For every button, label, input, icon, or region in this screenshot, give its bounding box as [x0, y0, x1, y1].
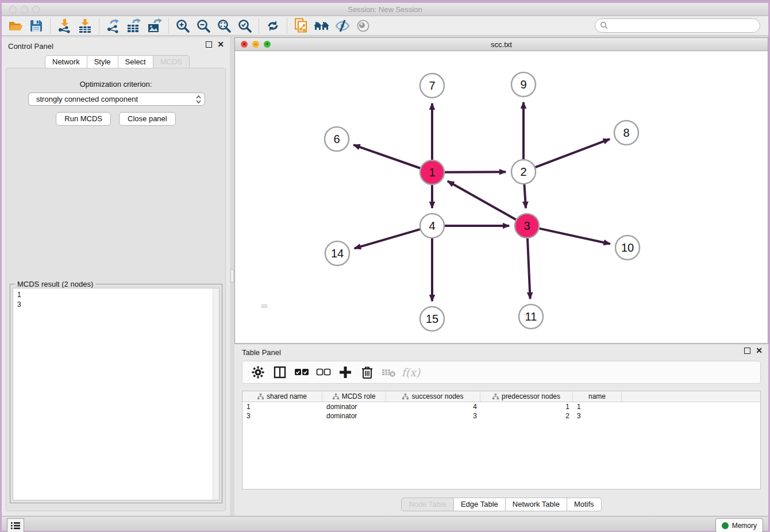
delete-table-icon [382, 367, 396, 377]
export-network-button[interactable] [103, 17, 124, 34]
node-14[interactable]: 14 [325, 241, 349, 265]
node-11[interactable]: 11 [519, 304, 543, 329]
edge-3-10[interactable] [539, 229, 610, 244]
column-header-MCDS-role[interactable]: MCDS role [322, 391, 386, 402]
node-1[interactable]: 1 [420, 160, 444, 184]
node-label: 2 [520, 165, 526, 178]
delete-table-button[interactable] [378, 363, 400, 381]
edge-4-14[interactable] [355, 229, 420, 248]
column-header-predecessor-nodes[interactable]: predecessor nodes [480, 391, 573, 402]
memory-button[interactable]: Memory [715, 518, 763, 532]
column-view-button[interactable] [269, 363, 291, 381]
column-label: MCDS role [342, 392, 376, 400]
optimization-criterion-label: Optimization criterion: [6, 80, 225, 88]
search-input[interactable] [609, 21, 760, 30]
column-header-successor-nodes[interactable]: successor nodes [386, 391, 480, 402]
float-panel-icon[interactable] [206, 41, 212, 48]
zoom-out-button[interactable] [193, 17, 214, 34]
edge-1-6[interactable] [353, 145, 420, 168]
hide-panel-icon [334, 19, 351, 33]
function-builder-button[interactable]: f(x) [400, 363, 422, 381]
delete-column-button[interactable] [356, 363, 378, 381]
node-15[interactable]: 15 [420, 307, 444, 331]
mcds-result-text[interactable]: 1 3 [13, 288, 220, 500]
edge-2-3[interactable] [524, 184, 526, 208]
zoom-selected-button[interactable] [234, 17, 255, 34]
tab-style[interactable]: Style [87, 55, 118, 69]
select-all-button[interactable] [291, 363, 313, 381]
sort-column-icon [402, 394, 409, 400]
window-title: Session: New Session [2, 5, 768, 14]
settings-button[interactable] [247, 363, 269, 381]
result-scrollbar[interactable] [213, 288, 219, 500]
tab-select[interactable]: Select [118, 55, 153, 69]
edge-1-2[interactable] [445, 172, 506, 172]
network-window-titlebar: ✕ − + scc.txt [235, 38, 768, 51]
control-panel-tabs: NetworkStyleSelectMCDS [45, 55, 190, 69]
node-9[interactable]: 9 [511, 72, 536, 97]
clone-network-button[interactable] [291, 17, 311, 34]
edge-3-11[interactable] [528, 238, 530, 299]
sort-column-icon [333, 394, 339, 400]
node-2[interactable]: 2 [511, 160, 536, 184]
import-network-button[interactable] [54, 17, 75, 34]
float-table-panel-icon[interactable] [744, 348, 750, 354]
horizontal-splitter-grip[interactable] [261, 304, 267, 308]
run-mcds-button[interactable]: Run MCDS [56, 112, 111, 126]
column-label: shared name [267, 392, 307, 400]
zoom-out-icon [196, 18, 211, 33]
column-header-name[interactable]: name [573, 391, 622, 402]
export-table-button[interactable] [124, 17, 144, 34]
task-history-button[interactable] [7, 518, 24, 532]
splitter-grip[interactable] [230, 269, 234, 282]
tab-network[interactable]: Network [45, 55, 87, 69]
node-6[interactable]: 6 [325, 127, 349, 151]
table-panel-tabs: Node TableEdge TableNetwork TableMotifs [401, 498, 601, 511]
deselect-all-button[interactable] [313, 363, 334, 381]
mcds-result-title: MCDS result (2 nodes) [15, 280, 95, 288]
table-row[interactable]: 3dominator323 [242, 411, 760, 421]
vertical-splitter[interactable] [230, 37, 234, 516]
node-label: 4 [429, 219, 435, 232]
show-eye-button[interactable] [353, 17, 374, 34]
optimization-criterion-select[interactable]: strongly connected component [28, 92, 205, 106]
networks-home-button[interactable] [311, 17, 332, 34]
table-row[interactable]: 1dominator411 [242, 402, 760, 411]
save-session-button[interactable] [26, 17, 47, 34]
close-panel-button[interactable]: Close panel [119, 112, 176, 126]
close-table-panel-icon[interactable]: ✕ [756, 348, 763, 354]
hide-panel-button[interactable] [332, 17, 353, 34]
search-field[interactable] [595, 18, 760, 33]
tab-motifs[interactable]: Motifs [567, 498, 602, 511]
node-10[interactable]: 10 [615, 236, 640, 260]
zoom-fit-button[interactable] [214, 17, 234, 34]
open-session-icon [8, 19, 24, 33]
import-network-icon [57, 18, 72, 33]
selected-criterion: strongly connected component [36, 95, 196, 103]
close-panel-icon[interactable]: ✕ [217, 41, 224, 48]
edge-2-8[interactable] [536, 139, 610, 167]
node-4[interactable]: 4 [420, 214, 444, 238]
node-3[interactable]: 3 [515, 214, 539, 238]
network-canvas[interactable]: 7968124314101511 [235, 51, 768, 343]
column-header-shared-name[interactable]: shared name [242, 391, 322, 402]
export-network-icon [106, 18, 121, 33]
refresh-layout-button[interactable] [263, 17, 283, 34]
sort-column-icon [492, 394, 499, 400]
zoom-selected-icon [237, 18, 252, 33]
table-toolbar: f(x) [242, 361, 761, 384]
node-8[interactable]: 8 [614, 121, 638, 145]
zoom-in-button[interactable] [172, 17, 193, 34]
add-column-button[interactable] [334, 363, 356, 381]
tab-network-table[interactable]: Network Table [506, 498, 567, 511]
edge-3-1[interactable] [448, 181, 516, 219]
show-eye-icon [356, 19, 370, 33]
node-7[interactable]: 7 [420, 74, 444, 98]
open-session-button[interactable] [5, 17, 26, 34]
tab-edge-table[interactable]: Edge Table [454, 498, 506, 511]
table-cell: 3 [573, 411, 622, 421]
export-image-button[interactable] [144, 17, 165, 34]
tab-mcds[interactable]: MCDS [153, 55, 190, 69]
import-table-button[interactable] [75, 17, 95, 34]
tab-node-table[interactable]: Node Table [401, 498, 454, 511]
